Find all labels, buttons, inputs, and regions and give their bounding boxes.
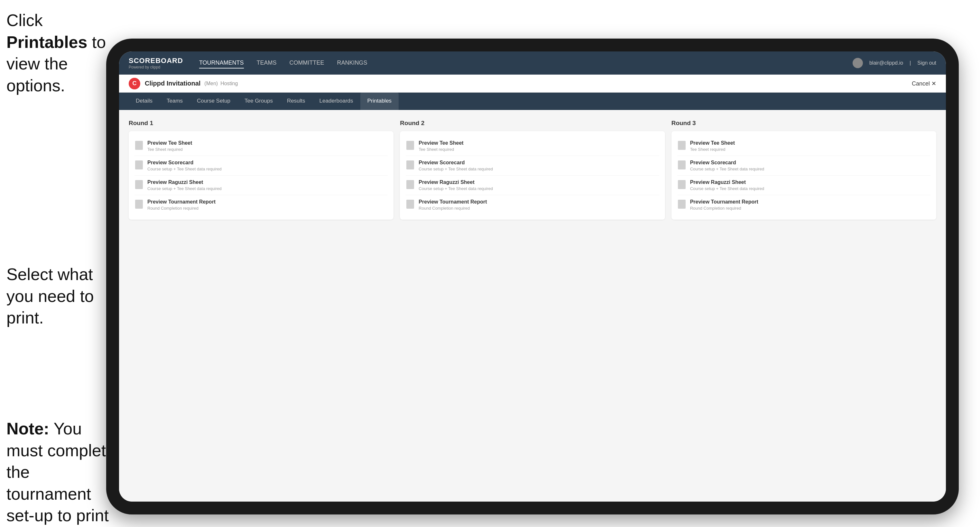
round-2-card: Preview Tee Sheet Tee Sheet required Pre… [400,131,665,220]
tournament-bar-right: Cancel ✕ [912,80,936,87]
tab-details[interactable]: Details [129,93,159,110]
r1-raguzzi-icon [135,179,143,190]
r3-raguzzi-title: Preview Raguzzi Sheet [690,179,764,185]
r3-scorecard-title: Preview Scorecard [690,160,764,166]
tab-course-setup[interactable]: Course Setup [190,93,237,110]
tablet-frame: SCOREBOARD Powered by clippd TOURNAMENTS… [106,38,959,514]
r2-tee-sheet-icon [406,140,415,151]
tournament-logo: C [129,78,140,89]
r2-tee-sheet-subtitle: Tee Sheet required [418,147,463,152]
nav-tournaments[interactable]: TOURNAMENTS [199,58,244,68]
r1-scorecard-text: Preview Scorecard Course setup + Tee She… [147,160,222,171]
tournament-bar: C Clippd Invitational (Men) Hosting Canc… [119,75,946,93]
instruction-bottom: Note: You must complete the tournament s… [6,418,116,527]
doc-icon [406,160,414,170]
r2-tee-sheet[interactable]: Preview Tee Sheet Tee Sheet required [406,137,659,156]
r2-tournament-report[interactable]: Preview Tournament Report Round Completi… [406,195,659,214]
r2-raguzzi-subtitle: Course setup + Tee Sheet data required [418,186,493,191]
tournament-status: Hosting [220,81,238,86]
r3-report-text: Preview Tournament Report Round Completi… [690,199,758,211]
doc-icon [135,200,143,209]
logo-sub: Powered by clippd [129,65,183,70]
r3-scorecard[interactable]: Preview Scorecard Course setup + Tee She… [677,156,931,176]
printables-bold: Printables [6,33,87,51]
r3-scorecard-subtitle: Course setup + Tee Sheet data required [690,167,764,171]
r3-report-title: Preview Tournament Report [690,199,758,205]
r3-raguzzi-text: Preview Raguzzi Sheet Course setup + Tee… [690,179,764,191]
r1-raguzzi-title: Preview Raguzzi Sheet [147,179,222,185]
doc-icon [406,200,414,209]
r2-scorecard-icon [406,160,415,170]
round-3-title: Round 3 [671,120,936,127]
r1-tee-sheet-subtitle: Tee Sheet required [147,147,192,152]
round-2-column: Round 2 Preview Tee Sheet Tee Sheet requ… [400,120,665,220]
tab-teams[interactable]: Teams [159,93,190,110]
tab-results[interactable]: Results [280,93,312,110]
top-nav: SCOREBOARD Powered by clippd TOURNAMENTS… [119,51,946,75]
r1-report-icon [135,199,143,210]
sign-out-link[interactable]: Sign out [917,60,936,66]
doc-icon [406,180,414,189]
round-1-card: Preview Tee Sheet Tee Sheet required Pre… [129,131,393,220]
r1-scorecard-title: Preview Scorecard [147,160,222,166]
r1-tee-sheet-icon [135,140,143,151]
sub-nav: Details Teams Course Setup Tee Groups Re… [119,93,946,110]
doc-icon [678,200,686,209]
separator: | [910,60,911,66]
user-email: blair@clippd.io [869,60,903,66]
nav-committee[interactable]: COMMITTEE [290,58,324,68]
cancel-button[interactable]: Cancel ✕ [912,80,936,87]
r1-tee-sheet-title: Preview Tee Sheet [147,140,192,146]
round-2-title: Round 2 [400,120,665,127]
r2-report-text: Preview Tournament Report Round Completi… [418,199,487,211]
r2-tee-sheet-title: Preview Tee Sheet [418,140,463,146]
r3-tee-sheet-text: Preview Tee Sheet Tee Sheet required [690,140,735,152]
tab-printables[interactable]: Printables [360,93,399,110]
tab-tee-groups[interactable]: Tee Groups [237,93,280,110]
r2-raguzzi-title: Preview Raguzzi Sheet [418,179,493,185]
r2-raguzzi-icon [406,179,415,190]
r2-report-icon [406,199,415,210]
r2-scorecard[interactable]: Preview Scorecard Course setup + Tee She… [406,156,659,176]
doc-icon [678,141,686,150]
tab-leaderboards[interactable]: Leaderboards [312,93,360,110]
r3-raguzzi[interactable]: Preview Raguzzi Sheet Course setup + Tee… [677,176,931,195]
round-1-column: Round 1 Preview Tee Sheet Tee Sheet requ… [129,120,393,220]
r3-tee-sheet-icon [677,140,686,151]
r1-raguzzi-text: Preview Raguzzi Sheet Course setup + Tee… [147,179,222,191]
r1-raguzzi-subtitle: Course setup + Tee Sheet data required [147,186,222,191]
doc-icon [678,160,686,170]
tournament-tag: (Men) [204,81,218,86]
doc-icon [406,141,414,150]
r3-tournament-report[interactable]: Preview Tournament Report Round Completi… [677,195,931,214]
r2-raguzzi[interactable]: Preview Raguzzi Sheet Course setup + Tee… [406,176,659,195]
r3-tee-sheet-title: Preview Tee Sheet [690,140,735,146]
nav-teams[interactable]: TEAMS [257,58,277,68]
r3-report-subtitle: Round Completion required [690,206,758,211]
r1-tee-sheet[interactable]: Preview Tee Sheet Tee Sheet required [135,137,388,156]
nav-rankings[interactable]: RANKINGS [337,58,368,68]
doc-icon [678,180,686,189]
r1-report-title: Preview Tournament Report [147,199,216,205]
tournament-name: Clippd Invitational [145,80,200,87]
r3-tee-sheet[interactable]: Preview Tee Sheet Tee Sheet required [677,137,931,156]
r2-scorecard-subtitle: Course setup + Tee Sheet data required [418,167,493,171]
doc-icon [135,180,143,189]
user-avatar [853,58,863,68]
r1-tee-sheet-text: Preview Tee Sheet Tee Sheet required [147,140,192,152]
r1-report-text: Preview Tournament Report Round Completi… [147,199,216,211]
round-3-column: Round 3 Preview Tee Sheet Tee Sheet requ… [671,120,936,220]
r1-scorecard[interactable]: Preview Scorecard Course setup + Tee She… [135,156,388,176]
r3-scorecard-icon [677,160,686,170]
instruction-middle: Select what you need to print. [6,264,110,329]
r2-tee-sheet-text: Preview Tee Sheet Tee Sheet required [418,140,463,152]
main-content: Round 1 Preview Tee Sheet Tee Sheet requ… [119,110,946,502]
r1-tournament-report[interactable]: Preview Tournament Report Round Completi… [135,195,388,214]
scoreboard-logo: SCOREBOARD Powered by clippd [129,57,183,70]
r2-raguzzi-text: Preview Raguzzi Sheet Course setup + Tee… [418,179,493,191]
r2-scorecard-title: Preview Scorecard [418,160,493,166]
tablet-screen: SCOREBOARD Powered by clippd TOURNAMENTS… [119,51,946,502]
doc-icon [135,160,143,170]
top-nav-links: TOURNAMENTS TEAMS COMMITTEE RANKINGS [199,58,853,68]
r1-raguzzi[interactable]: Preview Raguzzi Sheet Course setup + Tee… [135,176,388,195]
